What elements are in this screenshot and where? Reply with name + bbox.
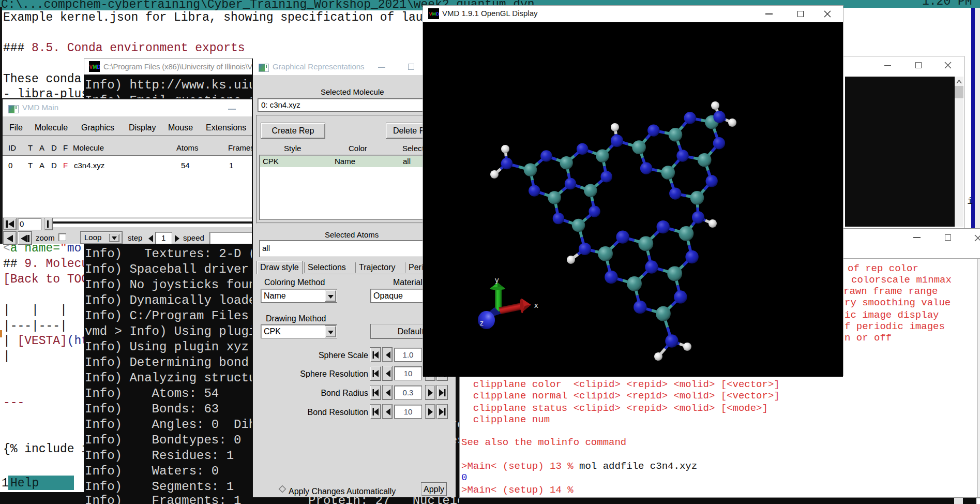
svg-text:VMD: VMD [429, 11, 440, 17]
svg-text:VMD: VMD [89, 64, 100, 70]
svg-text:z: z [480, 319, 484, 327]
svg-text:x: x [534, 301, 538, 309]
svg-text:y: y [495, 275, 499, 284]
